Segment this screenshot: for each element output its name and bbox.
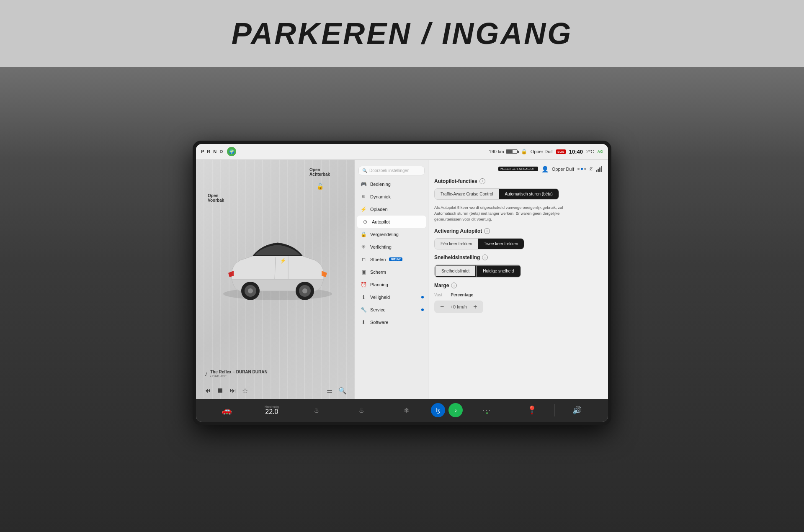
menu-items: 🎮 Bediening ≋ Dynamiek ⚡ Opladen	[355, 178, 428, 399]
marge-options: Vast Percentage	[434, 293, 602, 297]
two-pull-button[interactable]: Twee keer trekken	[478, 239, 524, 249]
activering-group: Eén keer trekken Twee keer trekken	[434, 238, 524, 249]
sos-badge: SOS	[556, 149, 566, 154]
stop-button[interactable]: ⏹	[217, 387, 224, 394]
settings-menu: 🔍 Doorzoek instellingen 🎮 Bediening ≋ Dy…	[355, 160, 428, 399]
svg-text:⚡: ⚡	[280, 257, 286, 264]
stoelen-label: Stoelen	[370, 257, 386, 262]
distance-label: 190 km	[489, 149, 504, 154]
search-icon: 🔍	[362, 168, 367, 173]
favorite-button[interactable]: ☆	[242, 387, 248, 395]
battery-bar	[506, 149, 518, 154]
music-source: ▪ DAB JOE	[210, 374, 268, 378]
marge-section: Marge i Vast Percentage − +0 km/h +	[434, 283, 602, 313]
sidebar-item-bediening[interactable]: 🎮 Bediening	[355, 178, 428, 190]
car-panel: Open Achterbak 🔓 Open Voorbak	[196, 160, 355, 399]
vergrendeling-icon: 🔒	[360, 231, 367, 237]
taskbar-bluetooth[interactable]: ɮ	[431, 403, 445, 417]
car-svg: ⚡	[215, 225, 340, 308]
verlichting-label: Verlichting	[370, 244, 392, 249]
snelheid-info-icon[interactable]: i	[482, 254, 488, 260]
service-icon: 🔧	[360, 307, 367, 313]
temp-display: 2°C	[586, 149, 594, 154]
music-info: ♪ The Reflex – DURAN DURAN ▪ DAB JOE	[204, 370, 268, 378]
climate-label: Handmatig	[265, 405, 279, 408]
next-button[interactable]: ⏭	[229, 387, 236, 394]
activering-info-icon[interactable]: i	[484, 228, 490, 234]
section-snelheid: Snelheidsinstelling i	[434, 254, 602, 260]
taskbar-volume[interactable]: 🔊	[555, 406, 600, 415]
veiligheid-label: Veiligheid	[370, 295, 390, 300]
parking-sign-text: PARKEREN / INGANG	[232, 16, 573, 51]
ag-badge: AG	[598, 149, 603, 154]
marge-label: Marge	[434, 283, 449, 288]
opladen-label: Opladen	[370, 207, 388, 212]
screen-container: P R N D 🌍 190 km 🔒 Opper Duif SOS 10:40 …	[193, 141, 611, 425]
marge-vast[interactable]: Vast	[434, 293, 442, 297]
globe-icon: 🌍	[227, 147, 236, 156]
one-pull-button[interactable]: Eén keer trekken	[435, 239, 478, 249]
autopilot-icon: ⊙	[362, 219, 368, 225]
speed-control: − +0 km/h +	[434, 301, 483, 313]
sidebar-item-stoelen[interactable]: ⊓ Stoelen NIEUW	[355, 253, 428, 266]
functies-info-icon[interactable]: i	[479, 178, 485, 184]
taskbar: 🚗 Handmatig 22.0 ♨ ♨ ❄	[196, 399, 608, 422]
marge-percentage[interactable]: Percentage	[451, 293, 473, 297]
speed-plus-button[interactable]: +	[473, 303, 477, 311]
taskbar-climate[interactable]: Handmatig 22.0	[249, 405, 294, 416]
stoelen-icon: ⊓	[360, 257, 367, 262]
autopilot-mode-group: Traffic-Aware Cruise Control Automatisch…	[434, 188, 559, 200]
music-title: The Reflex – DURAN DURAN	[210, 370, 268, 374]
equalizer-icon: ⚌	[327, 387, 332, 395]
sidebar-item-vergrendeling[interactable]: 🔒 Vergrendeling	[355, 228, 428, 241]
current-speed-button[interactable]: Huidige snelheid	[476, 265, 521, 277]
autosteer-button[interactable]: Automatisch sturen (béta)	[499, 189, 559, 199]
verlichting-icon: ✳	[360, 244, 367, 250]
section-marge: Marge i	[434, 283, 602, 288]
taskbar-heat-seat[interactable]: ♨	[294, 406, 339, 414]
autopilot-info-text: Als Autopilot 5 keer wordt uitgeschakeld…	[434, 205, 572, 223]
label-achterbak: Open Achterbak	[309, 167, 330, 177]
software-icon: ⬇	[360, 319, 367, 325]
sidebar-item-service[interactable]: 🔧 Service	[355, 303, 428, 316]
taskbar-car[interactable]: 🚗	[204, 405, 249, 415]
sidebar-item-autopilot[interactable]: ⊙ Autopilot	[357, 216, 426, 228]
dynamiek-icon: ≋	[360, 194, 367, 200]
sidebar-item-veiligheid[interactable]: ℹ Veiligheid	[355, 291, 428, 303]
sidebar-item-software[interactable]: ⬇ Software	[355, 316, 428, 329]
taskbar-heat-seat2[interactable]: ♨	[339, 406, 384, 414]
taskbar-spotify[interactable]: ♪	[448, 403, 463, 417]
taskbar-defrost[interactable]: ❄	[384, 406, 429, 414]
search-placeholder: Doorzoek instellingen	[369, 168, 410, 173]
dynamiek-label: Dynamiek	[370, 194, 391, 199]
section-functies-label: Autopilot-functies	[434, 178, 477, 184]
sidebar-item-planning[interactable]: ⏰ Planning	[355, 278, 428, 291]
search-box[interactable]: 🔍 Doorzoek instellingen	[358, 166, 425, 175]
cruise-control-button[interactable]: Traffic-Aware Cruise Control	[435, 189, 499, 199]
sidebar-item-verlichting[interactable]: ✳ Verlichting	[355, 241, 428, 253]
sidebar-item-dynamiek[interactable]: ≋ Dynamiek	[355, 190, 428, 203]
taskbar-divider	[429, 404, 429, 416]
veiligheid-dot	[421, 296, 424, 298]
taskbar-map[interactable]: 📍	[510, 405, 554, 415]
speed-minus-button[interactable]: −	[440, 303, 444, 311]
music-controls: ⏮ ⏹ ⏭ ☆ ⚌ 🔍	[204, 387, 347, 395]
planning-icon: ⏰	[360, 282, 367, 288]
climate-value: 22.0	[265, 408, 278, 416]
sidebar-item-opladen[interactable]: ⚡ Opladen	[355, 203, 428, 216]
marge-info-icon[interactable]: i	[451, 283, 457, 288]
music-note-icon: ♪	[204, 370, 208, 378]
search-music-button[interactable]: 🔍	[338, 387, 347, 395]
svg-point-6	[302, 288, 307, 293]
prnd-display: P R N D	[201, 149, 224, 154]
status-bar: P R N D 🌍 190 km 🔒 Opper Duif SOS 10:40 …	[196, 144, 608, 160]
lock-icon: 🔒	[521, 149, 527, 154]
scherm-icon: ▣	[360, 269, 367, 275]
taskbar-more[interactable]: ···	[464, 406, 509, 415]
speed-limit-button[interactable]: Snelheidslimiet	[435, 265, 476, 277]
planning-label: Planning	[370, 282, 388, 287]
prev-button[interactable]: ⏮	[204, 387, 211, 394]
section-autopilot-functies: Autopilot-functies i	[434, 178, 602, 184]
bluetooth-icon: Ȼ	[590, 167, 593, 171]
sidebar-item-scherm[interactable]: ▣ Scherm	[355, 266, 428, 278]
